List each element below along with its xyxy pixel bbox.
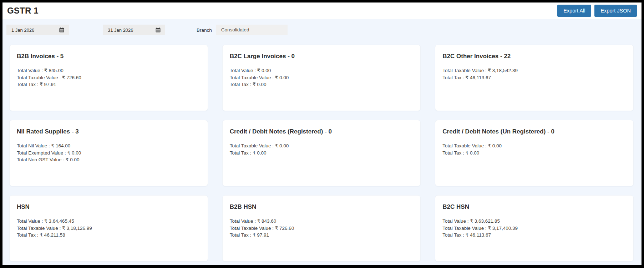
card-title: HSN (17, 203, 201, 211)
summary-card[interactable]: B2B Invoices - 5 Total Value : ₹ 845.00T… (9, 45, 208, 111)
summary-card[interactable]: Nil Rated Supplies - 3 Total Nil Value :… (9, 120, 208, 186)
card-lines: Total Value : ₹ 0.00Total Taxable Value … (230, 67, 414, 88)
summary-card[interactable]: B2C Other Invoices - 22 Total Taxable Va… (435, 45, 634, 111)
card-line: Total Taxable Value : ₹ 0.00 (442, 142, 626, 150)
summary-card[interactable]: B2C Large Invoices - 0 Total Value : ₹ 0… (222, 45, 421, 111)
card-line: Total Tax : ₹ 0.00 (230, 81, 414, 88)
card-lines: Total Taxable Value : ₹ 3,18,542.39Total… (442, 67, 626, 81)
filter-bar: 1 Jan 2026 31 Jan 2026 (2, 19, 642, 35)
card-line: Total Taxable Value : ₹ 0.00 (230, 74, 414, 81)
card-line: Total Value : ₹ 843.60 (230, 218, 414, 225)
summary-card[interactable]: B2C HSN Total Value : ₹ 3,63,621.85Total… (435, 195, 634, 262)
content-area: 1 Jan 2026 31 Jan 2026 (2, 19, 642, 265)
card-lines: Total Value : ₹ 845.00Total Taxable Valu… (17, 67, 201, 88)
calendar-icon[interactable] (59, 27, 64, 32)
card-title: B2C Large Invoices - 0 (230, 53, 414, 60)
card-title: B2C Other Invoices - 22 (442, 53, 626, 60)
card-line: Total Taxable Value : ₹ 3,18,126.99 (17, 225, 201, 232)
card-line: Total Tax : ₹ 46,113.67 (442, 74, 626, 81)
branch-select[interactable]: Consolidated (216, 25, 288, 35)
card-title: Credit / Debit Notes (Un Registered) - 0 (442, 128, 626, 135)
from-date-field[interactable]: 1 Jan 2026 (6, 25, 69, 35)
card-lines: Total Taxable Value : ₹ 0.00Total Tax : … (442, 142, 626, 156)
card-line: Total Tax : ₹ 46,113.67 (442, 232, 626, 239)
card-line: Total Taxable Value : ₹ 726.60 (230, 225, 414, 232)
card-line: Total Tax : ₹ 97.91 (230, 232, 414, 239)
calendar-icon[interactable] (156, 27, 161, 32)
card-line: Total Taxable Value : ₹ 726.60 (17, 74, 201, 81)
from-date-value: 1 Jan 2026 (11, 27, 34, 33)
to-date-value: 31 Jan 2026 (108, 27, 133, 33)
card-line: Total Non GST Value : ₹ 0.00 (17, 156, 201, 163)
cards-grid: B2B Invoices - 5 Total Value : ₹ 845.00T… (2, 35, 642, 262)
card-lines: Total Nil Value : ₹ 164.00Total Exempted… (17, 142, 201, 163)
card-title: B2B HSN (230, 203, 414, 211)
card-line: Total Value : ₹ 3,63,621.85 (442, 218, 626, 225)
summary-card[interactable]: Credit / Debit Notes (Registered) - 0 To… (222, 120, 421, 186)
card-line: Total Value : ₹ 3,64,465.45 (17, 218, 201, 225)
card-line: Total Nil Value : ₹ 164.00 (17, 142, 201, 150)
branch-label: Branch (197, 27, 212, 33)
to-date-field[interactable]: 31 Jan 2026 (103, 25, 165, 35)
card-line: Total Value : ₹ 0.00 (230, 67, 414, 74)
gstr1-app: GSTR 1 Export All Export JSON 1 Jan 2026 (2, 2, 642, 265)
card-lines: Total Value : ₹ 843.60Total Taxable Valu… (230, 218, 414, 239)
card-title: B2B Invoices - 5 (17, 53, 201, 60)
card-title: B2C HSN (442, 203, 626, 211)
card-line: Total Taxable Value : ₹ 3,17,400.39 (442, 225, 626, 232)
card-line: Total Tax : ₹ 97.91 (17, 81, 201, 88)
card-lines: Total Taxable Value : ₹ 0.00Total Tax : … (230, 142, 414, 156)
top-bar: GSTR 1 Export All Export JSON (2, 2, 642, 19)
export-all-button[interactable]: Export All (557, 5, 591, 17)
card-line: Total Exempted Value : ₹ 0.00 (17, 150, 201, 157)
card-title: Credit / Debit Notes (Registered) - 0 (230, 128, 414, 135)
card-line: Total Tax : ₹ 0.00 (442, 150, 626, 157)
card-lines: Total Value : ₹ 3,63,621.85Total Taxable… (442, 218, 626, 239)
card-line: Total Tax : ₹ 0.00 (230, 150, 414, 157)
card-title: Nil Rated Supplies - 3 (17, 128, 201, 135)
card-lines: Total Value : ₹ 3,64,465.45Total Taxable… (17, 218, 201, 239)
summary-card[interactable]: Credit / Debit Notes (Un Registered) - 0… (435, 120, 634, 186)
card-line: Total Value : ₹ 845.00 (17, 67, 201, 74)
card-line: Total Taxable Value : ₹ 0.00 (230, 142, 414, 150)
summary-card[interactable]: HSN Total Value : ₹ 3,64,465.45Total Tax… (9, 195, 208, 262)
card-line: Total Taxable Value : ₹ 3,18,542.39 (442, 67, 626, 74)
page-title: GSTR 1 (7, 6, 39, 16)
app-frame: GSTR 1 Export All Export JSON 1 Jan 2026 (0, 0, 644, 268)
card-line: Total Tax : ₹ 46,211.58 (17, 232, 201, 239)
summary-card[interactable]: B2B HSN Total Value : ₹ 843.60Total Taxa… (222, 195, 421, 262)
export-json-button[interactable]: Export JSON (594, 5, 637, 17)
